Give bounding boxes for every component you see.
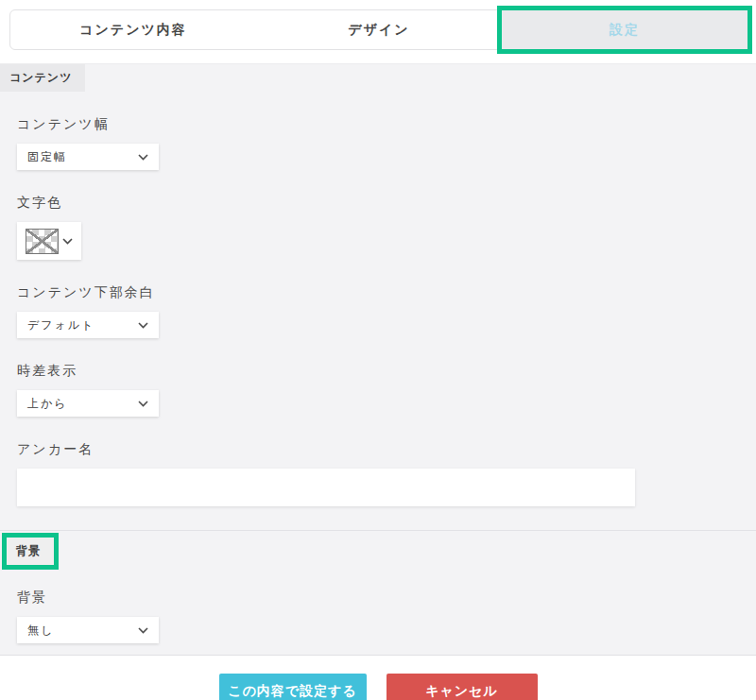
section-divider: [0, 530, 756, 531]
chevron-down-icon: [138, 401, 148, 407]
content-width-label: コンテンツ幅: [17, 116, 739, 133]
cancel-button[interactable]: キャンセル: [387, 674, 538, 700]
anchor-name-input[interactable]: [17, 469, 635, 506]
background-select[interactable]: 無し: [17, 617, 159, 643]
footer-actions: この内容で設定する キャンセル: [0, 656, 756, 700]
chevron-down-icon: [138, 322, 148, 329]
text-color-label: 文字色: [17, 195, 739, 212]
bottom-margin-label: コンテンツ下部余白: [17, 284, 739, 301]
chevron-down-icon: [138, 627, 148, 634]
tab-settings[interactable]: 設定: [502, 10, 747, 49]
tab-content[interactable]: コンテンツ内容: [10, 10, 256, 49]
transparent-color-swatch: [26, 229, 59, 254]
bottom-margin-select[interactable]: デフォルト: [17, 312, 159, 338]
content-form: コンテンツ幅 固定幅 文字色 コンテンツ下部余白 デフォルト 時差表示 上から: [0, 116, 756, 506]
text-color-select[interactable]: [17, 222, 81, 260]
time-display-select[interactable]: 上から: [17, 390, 159, 417]
background-selected-value: 無し: [27, 623, 54, 639]
content-width-selected-value: 固定幅: [27, 149, 67, 165]
background-form: 背景 無し: [0, 589, 756, 643]
content-width-select[interactable]: 固定幅: [17, 144, 159, 170]
bottom-margin-selected-value: デフォルト: [27, 317, 94, 333]
time-display-label: 時差表示: [17, 363, 739, 380]
settings-panel: コンテンツ コンテンツ幅 固定幅 文字色 コンテンツ下部余白 デフォルト 時差表…: [0, 63, 756, 656]
chevron-down-icon: [62, 238, 73, 245]
anchor-name-label: アンカー名: [17, 441, 739, 458]
section-header-content: コンテンツ: [0, 64, 85, 92]
tab-bar: コンテンツ内容 デザイン 設定: [9, 9, 748, 50]
time-display-selected-value: 上から: [27, 396, 68, 412]
section-header-background: 背景: [7, 538, 54, 565]
submit-button[interactable]: この内容で設定する: [219, 674, 367, 700]
chevron-down-icon: [138, 154, 148, 161]
tab-design[interactable]: デザイン: [256, 10, 502, 49]
background-label: 背景: [17, 589, 739, 606]
